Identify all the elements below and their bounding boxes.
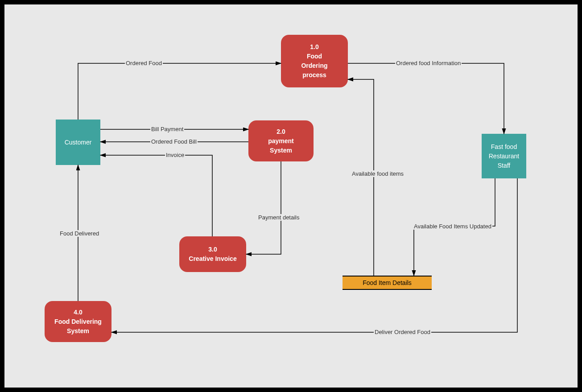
process-delivering: 4.0 Food Delivering System xyxy=(45,301,111,342)
flow-label: Food Delivered xyxy=(59,230,100,237)
entity-customer: Customer xyxy=(56,120,100,165)
flow-label: Invoice xyxy=(165,152,185,158)
process-payment: 2.0 payment System xyxy=(248,120,314,161)
entity-label: Staff xyxy=(498,161,511,170)
process-ordering: 1.0 Food Ordering process xyxy=(281,35,348,87)
datastore-label: Food Item Details xyxy=(363,278,412,288)
process-num: 2.0 xyxy=(277,127,285,136)
entity-label: Restaurant xyxy=(489,152,519,161)
process-line: payment xyxy=(268,136,294,146)
entity-label: Fast food xyxy=(491,142,517,152)
flow-label: Deliver Ordered Food xyxy=(374,329,431,335)
diagram-inner: Customer Fast food Restaurant Staff 1.0 … xyxy=(4,4,578,388)
process-invoice: 3.0 Creative Invoice xyxy=(179,236,246,272)
process-line: Ordering xyxy=(301,61,327,70)
process-line: Food xyxy=(307,52,322,61)
process-line: Creative Invoice xyxy=(189,254,236,264)
process-num: 3.0 xyxy=(208,245,217,254)
process-line: process xyxy=(302,70,326,80)
process-line: System xyxy=(67,326,89,336)
process-line: System xyxy=(270,146,292,155)
flow-label: Available food items xyxy=(351,170,405,177)
flow-label: Ordered Food xyxy=(125,60,163,66)
flow-label: Available Food Items Updated xyxy=(413,223,492,230)
process-num: 4.0 xyxy=(74,308,82,317)
flow-label: Ordered Food Bill xyxy=(150,138,198,145)
datastore-food-items: Food Item Details xyxy=(343,276,432,290)
entity-staff: Fast food Restaurant Staff xyxy=(482,134,526,178)
flow-label: Payment details xyxy=(257,214,301,221)
process-line: Food Delivering xyxy=(54,317,102,326)
flow-label: Ordered food Information xyxy=(395,60,462,66)
diagram-canvas: Customer Fast food Restaurant Staff 1.0 … xyxy=(0,0,582,392)
entity-label: Customer xyxy=(65,138,92,147)
flow-label: Bill Payment xyxy=(150,126,184,132)
process-num: 1.0 xyxy=(310,42,318,52)
